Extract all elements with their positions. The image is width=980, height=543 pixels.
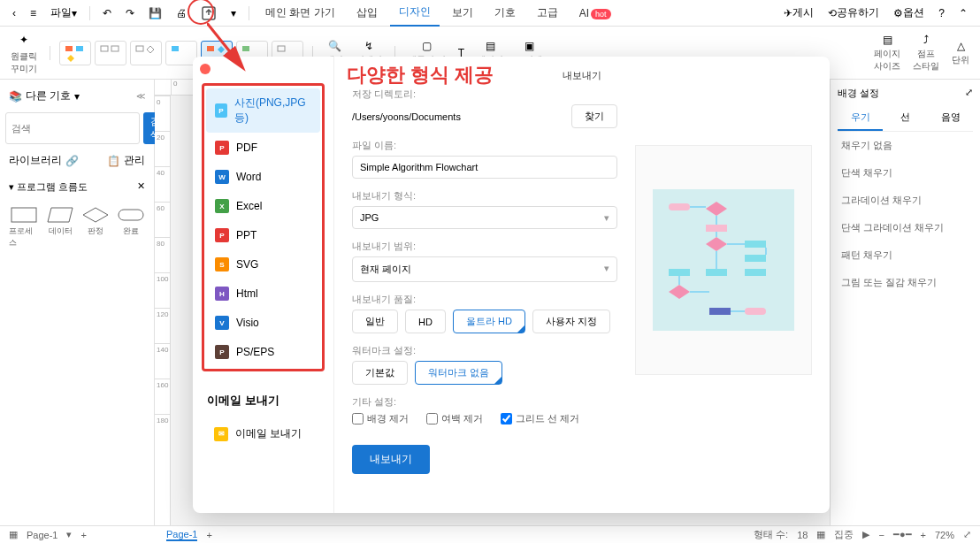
add-page-button[interactable]: + [80,530,86,540]
fmt-svg[interactable]: SSVG [206,250,320,279]
color-icon: 🔍 [328,40,341,52]
redo-button[interactable]: ↷ [120,4,140,23]
zoom-slider[interactable]: ━●━ [893,529,912,540]
fmt-excel[interactable]: XExcel [206,192,320,220]
shapes-grid: 프로세스 데이터 판정 완료 [5,203,149,252]
tab-insert[interactable]: 삽입 [348,0,387,26]
quality-custom[interactable]: 사용자 지정 [532,310,610,333]
tab-advanced[interactable]: 고급 [528,0,567,26]
options-button[interactable]: ⚙ 옵션 [888,2,930,24]
export-confirm-button[interactable]: 내보내기 [352,445,430,474]
tab-design[interactable]: 디자인 [390,0,440,27]
tab-ai[interactable]: AIhot [570,2,620,25]
fmt-ps[interactable]: PPS/EPS [206,338,320,366]
rp-tab-shadow[interactable]: 음영 [928,105,973,131]
add-page-tab[interactable]: + [206,530,211,540]
check-remove-margin[interactable]: 여백 제거 [426,412,483,425]
svg-rect-25 [669,269,690,276]
pages-icon[interactable]: ▦ [9,529,18,540]
layers-icon[interactable]: ▦ [816,529,825,540]
play-icon[interactable]: ▶ [862,529,869,540]
quality-hd[interactable]: HD [405,310,446,333]
rp-tab-fill[interactable]: 우기 [838,105,883,131]
svg-rect-23 [745,241,766,248]
shape-terminator[interactable]: 완료 [117,206,145,249]
tab-view[interactable]: 보기 [443,0,482,26]
flow-style-2[interactable] [95,41,126,65]
expand-icon[interactable]: ⤢ [965,87,973,100]
export-button[interactable] [195,2,222,25]
file-menu[interactable]: 파일 ▾ [45,2,82,24]
other-symbols-dropdown[interactable]: 📚 다른 기호 ▾ ≪ [5,85,149,107]
undo-button[interactable]: ↶ [97,4,117,23]
annotation-title: 다양한 형식 제공 [347,62,494,88]
svg-rect-19 [669,203,690,210]
close-set-icon[interactable]: ✕ [137,180,145,192]
shape-data[interactable]: 데이터 [46,206,74,249]
check-remove-bg[interactable]: 배경 제거 [352,412,409,425]
hamburger-icon[interactable]: ≡ [25,4,42,23]
watermark-none[interactable]: 워터마크 없음 [415,361,502,385]
range-select[interactable]: 현재 페이지 [352,256,617,282]
flow-style-1[interactable] [59,41,91,65]
rp-opt-image[interactable]: 그림 또는 질감 채우기 [838,269,973,296]
concentrate-label: 집중 [834,528,854,541]
svg-marker-3 [67,55,74,62]
rp-opt-pattern[interactable]: 패턴 채우기 [838,241,973,269]
shape-decision[interactable]: 판정 [81,206,110,249]
rp-opt-solid[interactable]: 단색 채우기 [838,159,973,187]
dialog-close-button[interactable] [200,64,211,74]
ribbon-unit[interactable]: △단위 [948,40,973,66]
save-button[interactable]: 💾 [143,4,167,23]
ribbon-oneclick[interactable]: ✦ 원클릭 꾸미기 [7,31,41,75]
rp-opt-solid-gradient[interactable]: 단색 그라데이션 채우기 [838,214,973,241]
quality-ultrahd[interactable]: 울트라 HD [453,310,525,333]
flowchart-set-item[interactable]: ▾ 프로그램 흐름도 ✕ [5,177,149,197]
stack-icon: 📚 [9,90,22,103]
publish-button[interactable]: ✈ 게시 [778,2,819,24]
rp-opt-none[interactable]: 채우기 없음 [838,132,973,159]
share-button[interactable]: ⟲ 공유하기 [823,2,884,24]
fmt-ppt[interactable]: PPPT [206,221,320,249]
file-menu-label: 파일 [50,5,72,20]
format-label: 내보내기 형식: [352,189,617,203]
print-button[interactable]: 🖨 [171,4,192,23]
page-tab-1[interactable]: Page-1 [166,529,197,541]
collapse-ribbon[interactable]: ⌃ [953,4,973,23]
range-label: 내보내기 범위: [352,240,617,253]
dropdown-more[interactable]: ▾ [226,4,241,23]
zoom-out-button[interactable]: − [878,530,884,540]
filename-input[interactable] [352,156,617,179]
find-button[interactable]: 찾기 [571,104,617,128]
format-select[interactable]: JPG [352,206,617,229]
tab-main[interactable]: 메인 화면 가기 [256,0,344,26]
svg-rect-8 [172,46,179,51]
rp-opt-gradient[interactable]: 그라데이션 채우기 [838,187,973,214]
zoom-in-button[interactable]: + [921,530,926,540]
watermark-label: 워터마크 설정: [352,344,617,357]
ribbon-pagesize[interactable]: ▤페이지 사이즈 [870,34,904,73]
watermark-default[interactable]: 기본값 [352,361,408,385]
rp-tab-line[interactable]: 선 [883,105,928,131]
back-button[interactable]: ‹ [7,4,21,23]
search-input[interactable] [5,112,140,144]
zoom-value: 72% [935,530,954,540]
page-combo[interactable]: Page-1 [27,530,57,540]
library-row[interactable]: 라이브러리 🔗 📋 관리 [5,149,149,172]
ribbon-jumpstyle[interactable]: ⤴점프 스타일 [909,34,943,73]
fmt-pdf[interactable]: PPDF [206,134,320,162]
email-send-item[interactable]: ✉ 이메일 보내기 [207,419,319,448]
collapse-left-icon[interactable]: ≪ [136,91,145,101]
shape-process[interactable]: 프로세스 [9,206,39,249]
check-remove-grid[interactable]: 그리드 선 제거 [501,412,579,425]
page-dropdown-icon[interactable]: ▾ [66,529,72,540]
tab-symbols[interactable]: 기호 [486,0,524,26]
fmt-word[interactable]: WWord [206,163,320,191]
fmt-image[interactable]: P사진(PNG,JPG 등) [206,88,320,133]
fmt-visio[interactable]: VVisio [206,309,320,337]
flow-style-3[interactable] [130,41,162,65]
quality-normal[interactable]: 일반 [352,310,398,333]
help-button[interactable]: ? [933,4,950,23]
fullscreen-icon[interactable]: ⤢ [963,529,971,540]
fmt-html[interactable]: HHtml [206,279,320,308]
